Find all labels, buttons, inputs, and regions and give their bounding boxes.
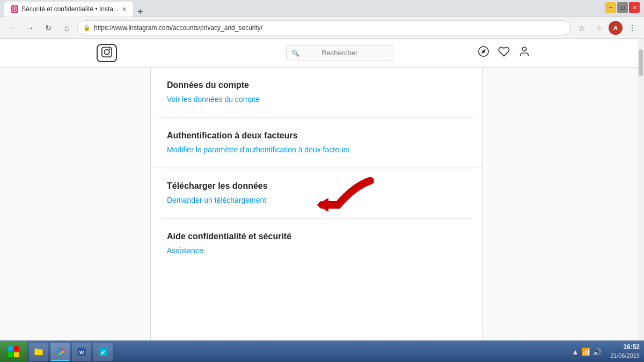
svg-point-5: [109, 48, 111, 50]
header-icons: [478, 46, 530, 60]
extensions-button[interactable]: ⚠: [591, 20, 606, 35]
search-icon: 🔍: [291, 49, 299, 57]
right-spacer: [483, 68, 638, 341]
svg-rect-13: [14, 352, 19, 357]
taskbar-time-text: 16:52: [610, 343, 640, 352]
tab-close-button[interactable]: ✕: [122, 6, 127, 13]
reload-button[interactable]: ↻: [41, 20, 56, 35]
svg-rect-11: [14, 346, 19, 351]
auth-title: Authentification à deux facteurs: [167, 131, 466, 141]
address-bar[interactable]: 🔒 https://www.instagram.com/accounts/pri…: [77, 20, 571, 35]
svg-marker-7: [481, 49, 486, 54]
svg-text:🖌: 🖌: [101, 350, 105, 354]
donnees-link[interactable]: Voir les données du compte: [167, 95, 260, 104]
taskbar-word[interactable]: W: [72, 343, 91, 361]
url-text: https://www.instagram.com/accounts/priva…: [94, 24, 262, 32]
search-input[interactable]: [286, 45, 393, 61]
instagram-header: 🔍: [0, 39, 638, 68]
taskbar-file-explorer[interactable]: [29, 343, 48, 361]
start-button[interactable]: [0, 341, 27, 363]
svg-point-2: [16, 8, 16, 8]
file-explorer-icon: [33, 346, 44, 357]
paint-icon: 🖌: [98, 346, 108, 357]
home-button[interactable]: ⌂: [59, 20, 74, 35]
telecharger-section: Télécharger les données Demander un télé…: [151, 168, 482, 218]
taskbar: W 🖌 ▲ 📶 🔊 16:52 21: [0, 341, 644, 362]
svg-text:W: W: [79, 349, 84, 354]
scrollbar-thumb[interactable]: [639, 49, 643, 76]
taskbar-items: W 🖌: [27, 343, 567, 361]
taskbar-date-text: 21/06/2019: [610, 352, 640, 360]
tab-favicon: [11, 5, 18, 13]
forward-button[interactable]: →: [23, 20, 38, 35]
taskbar-chrome[interactable]: [50, 343, 70, 361]
scrollbar[interactable]: [638, 39, 644, 341]
ssl-lock-icon: 🔒: [83, 24, 91, 31]
browser-window: Sécurité et confidentialité • Insta... ✕…: [0, 0, 644, 362]
back-button[interactable]: ←: [4, 20, 19, 35]
heart-icon[interactable]: [498, 46, 510, 60]
svg-point-16: [58, 350, 62, 353]
profile-icon[interactable]: [518, 46, 530, 60]
aide-title: Aide confidentialité et sécurité: [167, 232, 466, 241]
minimize-button[interactable]: −: [605, 2, 616, 13]
svg-point-4: [104, 49, 109, 54]
svg-point-1: [13, 8, 15, 10]
compass-icon[interactable]: [478, 46, 489, 60]
word-icon: W: [76, 346, 87, 357]
taskbar-time-area: 16:52 21/06/2019: [606, 343, 644, 360]
search-container: 🔍: [286, 45, 393, 61]
taskbar-paint[interactable]: 🖌: [93, 343, 113, 361]
aide-link[interactable]: Assistance: [167, 246, 203, 255]
auth-section: Authentification à deux facteurs Modifie…: [151, 118, 482, 168]
browser-toolbar: ← → ↻ ⌂ 🔒 https://www.instagram.com/acco…: [0, 17, 644, 39]
settings-panel: Données du compte Voir les données du co…: [150, 68, 483, 341]
donnees-section: Données du compte Voir les données du co…: [151, 68, 482, 117]
browser-titlebar: Sécurité et confidentialité • Insta... ✕…: [0, 0, 644, 17]
instagram-logo: [97, 44, 117, 62]
menu-button[interactable]: ⋮: [625, 20, 640, 35]
active-tab[interactable]: Sécurité et confidentialité • Insta... ✕: [4, 2, 133, 17]
chrome-icon: [55, 346, 65, 357]
telecharger-title: Télécharger les données: [167, 181, 466, 191]
donnees-title: Données du compte: [167, 80, 466, 90]
tab-bar: Sécurité et confidentialité • Insta... ✕…: [4, 0, 147, 17]
content-area: 🔍: [0, 39, 644, 341]
auth-link[interactable]: Modifier le paramètre d'authentification…: [167, 145, 349, 154]
toolbar-icons: ☆ ⚠ A ⋮: [574, 20, 640, 35]
aide-section: Aide confidentialité et sécurité Assista…: [151, 219, 482, 268]
profile-button[interactable]: A: [609, 21, 623, 35]
bookmark-button[interactable]: ☆: [574, 20, 589, 35]
svg-rect-3: [102, 47, 112, 56]
svg-rect-10: [8, 346, 13, 351]
system-tray: ▲ 📶 🔊: [567, 348, 606, 356]
close-button[interactable]: ✕: [629, 2, 640, 13]
tab-title: Sécurité et confidentialité • Insta...: [21, 5, 119, 13]
maximize-button[interactable]: □: [617, 2, 628, 13]
new-tab-button[interactable]: +: [133, 7, 148, 17]
tray-arrow-icon: ▲: [572, 348, 579, 356]
svg-point-8: [522, 47, 526, 51]
tray-volume-icon: 🔊: [592, 348, 602, 356]
tray-network-icon: 📶: [581, 348, 590, 356]
taskbar-clock: 16:52 21/06/2019: [610, 343, 640, 360]
left-spacer: [0, 68, 150, 341]
telecharger-link[interactable]: Demander un téléchargement: [167, 196, 266, 204]
svg-rect-12: [8, 352, 13, 357]
window-controls: − □ ✕: [605, 2, 640, 13]
